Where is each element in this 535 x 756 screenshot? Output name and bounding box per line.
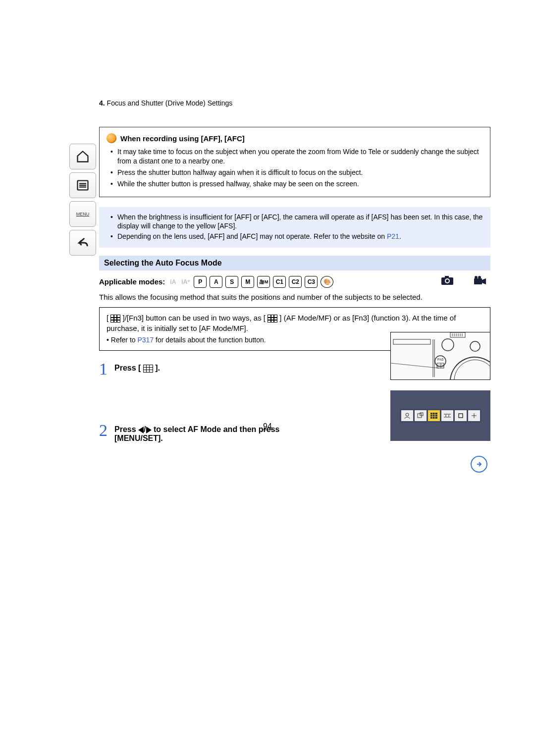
fn-text: [	[107, 314, 110, 322]
page-number: 94	[263, 422, 272, 431]
svg-point-7	[446, 279, 449, 282]
step-text-part: Press [	[114, 364, 143, 372]
note-item: Press the shutter button halfway again w…	[112, 168, 483, 177]
mode-c2-icon: C2	[289, 276, 302, 288]
info-item: Depending on the lens used, [AFF] and [A…	[112, 232, 483, 241]
step-number: 1	[99, 361, 107, 378]
note-item: While the shutter button is pressed half…	[112, 179, 483, 189]
toc-button[interactable]	[69, 172, 96, 198]
video-icon	[474, 275, 486, 288]
mode-c3-icon: C3	[305, 276, 318, 288]
recording-notes-box: When recording using [AFF], [AFC] It may…	[99, 127, 490, 197]
svg-rect-43	[459, 414, 463, 418]
page-link-p21[interactable]: P21	[387, 232, 399, 240]
step-text-part: Press	[114, 425, 138, 433]
sidebar-nav: MENU	[69, 144, 95, 256]
af-tracking-icon	[415, 410, 427, 421]
af-grid-icon	[143, 365, 153, 373]
page-link-p317[interactable]: P317	[138, 336, 154, 344]
camera-back-illustration: Fn3	[390, 332, 490, 380]
home-icon	[76, 150, 90, 163]
af-face-icon	[401, 410, 413, 421]
chapter-number: 4.	[99, 99, 105, 107]
fn-sub-text: Refer to	[111, 336, 138, 344]
chapter-title: Focus and Shutter (Drive Mode) Settings	[107, 99, 233, 107]
list-icon	[76, 178, 90, 192]
info-text: Depending on the lens used, [AFF] and [A…	[117, 232, 387, 240]
af-grid-icon	[268, 315, 277, 323]
fn-text: ]/[Fn3] button can be used in two ways, …	[120, 314, 268, 322]
svg-rect-5	[445, 276, 449, 278]
arrow-left-icon	[138, 427, 144, 433]
af-grid-icon	[110, 315, 120, 323]
af-multi-icon	[428, 410, 440, 421]
mode-c1-icon: C1	[273, 276, 286, 288]
info-text: .	[399, 232, 401, 240]
breadcrumb: 4. Focus and Shutter (Drive Mode) Settin…	[99, 99, 490, 107]
svg-rect-8	[474, 278, 482, 284]
af-mode-strip	[400, 409, 482, 423]
af-pinpoint-icon	[468, 410, 480, 421]
note-item: It may take time to focus on the subject…	[112, 147, 483, 166]
mode-creative-control-icon: 🎨	[321, 276, 333, 288]
step-number: 2	[99, 422, 107, 439]
step-text-part: ].	[153, 364, 160, 372]
applicable-modes-row: Applicable modes: iA iA⁺ P A S M 🎥M C1 C…	[99, 275, 490, 288]
step-text: Press [ ].	[114, 361, 160, 373]
note-title-text: When recording using [AFF], [AFC]	[120, 134, 245, 143]
mode-iaplus-icon: iA⁺	[181, 276, 191, 287]
svg-point-9	[475, 276, 478, 279]
svg-point-30	[406, 413, 409, 416]
info-item: When the brightness is insufficient for …	[112, 213, 483, 231]
svg-point-10	[478, 276, 481, 279]
continue-arrow[interactable]	[471, 456, 487, 473]
section-heading: Selecting the Auto Focus Mode	[99, 256, 490, 270]
info-list: When the brightness is insufficient for …	[107, 213, 483, 242]
info-box: When the brightness is insufficient for …	[99, 207, 490, 248]
arrow-right-circle-icon	[475, 460, 483, 468]
menu-label: MENU	[76, 212, 90, 216]
arrow-right-icon	[146, 427, 152, 433]
svg-rect-38	[446, 414, 449, 417]
step-text: Press / to select AF Mode and then press…	[114, 422, 313, 443]
af-mode-screen-illustration	[390, 390, 490, 441]
tip-icon	[107, 133, 116, 143]
mode-m-icon: M	[241, 276, 254, 288]
section-body: This allows the focusing method that sui…	[99, 292, 490, 302]
home-button[interactable]	[69, 144, 96, 169]
back-button[interactable]	[69, 230, 96, 256]
svg-rect-33	[430, 413, 437, 419]
fn3-label: Fn3	[437, 358, 443, 361]
mode-s-icon: S	[225, 276, 238, 288]
applicable-label: Applicable modes:	[99, 277, 165, 286]
menu-button[interactable]: MENU	[69, 201, 96, 227]
af-1area-lines-icon	[441, 410, 453, 421]
note-title-row: When recording using [AFF], [AFC]	[107, 133, 483, 143]
fn-sub-text: for details about the function button.	[154, 336, 266, 344]
note-list: It may take time to focus on the subject…	[107, 147, 483, 189]
mode-creative-video-icon: 🎥M	[257, 276, 270, 288]
mode-a-icon: A	[210, 276, 222, 288]
back-icon	[76, 236, 90, 250]
mode-p-icon: P	[194, 276, 207, 288]
mode-ia-icon: iA	[168, 276, 178, 287]
camera-icon	[441, 275, 454, 288]
af-1area-icon	[455, 410, 467, 421]
